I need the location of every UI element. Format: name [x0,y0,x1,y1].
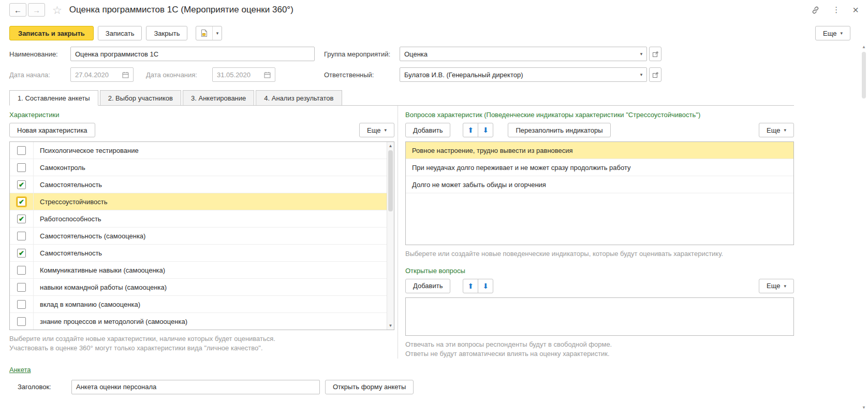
name-label: Наименование: [9,50,70,58]
down-arrow-icon: ⬇ [483,282,489,290]
move-down-button[interactable]: ⬇ [478,123,493,137]
tab-analiz-rezultatov[interactable]: 4. Анализ результатов [256,90,342,106]
checkbox-cell [10,296,34,312]
characteristic-row[interactable]: знание процессов и методологий (самооцен… [10,313,387,330]
header-label: Заголовок: [18,383,71,391]
questions-list-rows: Ровное настроение, трудно вывести из рав… [406,142,793,193]
characteristic-checkbox[interactable] [17,300,26,309]
checkbox-cell [10,227,34,244]
scroll-thumb[interactable] [388,150,393,211]
favorite-star-icon[interactable]: ☆ [52,5,62,16]
more-commands-icon[interactable]: ⋮ [832,5,840,15]
name-value: Оценка программистов 1С [75,50,158,58]
open-questions-more-button[interactable]: Еще ▾ [759,279,794,293]
move-up-button[interactable]: ⬆ [463,279,478,293]
chevron-down-icon[interactable]: ▾ [636,47,646,61]
name-input[interactable]: Оценка программистов 1С [70,47,315,61]
move-down-button[interactable]: ⬇ [478,279,493,293]
window-scrollbar[interactable]: ▲ ▼ [861,45,867,410]
refill-indicators-button[interactable]: Перезаполнить индикаторы [508,123,610,137]
characteristic-checkbox[interactable] [17,146,26,155]
open-questions-hint: Отвечать на эти вопросы респонденты буду… [405,340,794,359]
responsible-open-button[interactable] [649,67,661,82]
titlebar: ← → ☆ Оценка программистов 1С (Мероприят… [0,0,868,20]
calendar-icon[interactable] [122,72,129,78]
group-open-button[interactable] [649,47,661,61]
move-buttons: ⬆ ⬇ [463,123,493,137]
calendar-icon[interactable] [264,72,271,78]
close-button[interactable]: Закрыть [146,26,187,40]
toolbar-more-button[interactable]: Еще ▾ [815,26,850,40]
characteristics-scrollbar[interactable]: ▲ ▼ [387,142,394,330]
characteristic-row[interactable]: Коммуникативные навыки (самооценка) [10,262,387,279]
chevron-down-icon[interactable]: ▾ [213,26,222,40]
characteristic-row[interactable]: ✔Самостоятельность [10,245,387,262]
save-and-close-button[interactable]: Записать и закрыть [9,26,94,40]
characteristic-label: Самостоятельность (самооценка) [34,227,145,244]
characteristic-row[interactable]: ✔Самостоятельность [10,176,387,193]
characteristic-row[interactable]: Самоконтроль [10,159,387,176]
new-characteristic-button[interactable]: Новая характеристика [9,123,95,137]
scroll-down-icon[interactable]: ▼ [387,323,394,328]
characteristic-checkbox[interactable]: ✔ [17,249,26,258]
characteristic-row[interactable]: ✔Работоспособность [10,210,387,227]
close-window-icon[interactable]: × [852,5,859,15]
scroll-down-icon[interactable]: ▼ [861,405,867,410]
chevron-down-icon[interactable]: ▾ [636,68,646,81]
characteristic-label: Стрессоустойчивость [34,193,107,210]
characteristics-hint: Выберите или создайте новые характеристи… [9,334,394,353]
tab-vybor-uchastnikov[interactable]: 2. Выбор участников [100,90,181,106]
characteristics-list: Психологическое тестированиеСамоконтроль… [9,141,394,330]
header-input[interactable]: Анкета оценки персонала [71,380,320,394]
characteristic-row[interactable]: Психологическое тестирование [10,142,387,159]
checkbox-cell [10,279,34,295]
open-questionnaire-form-button[interactable]: Открыть форму анкеты [325,380,414,394]
questionnaire-group-link[interactable]: Анкета [9,366,31,374]
characteristic-checkbox[interactable] [17,163,26,172]
question-row[interactable]: Долго не может забыть обиды и огорчения [406,176,793,193]
scroll-thumb[interactable] [862,52,866,98]
responsible-input[interactable]: Булатов И.В. (Генеральный директор) ▾ [400,67,647,82]
characteristic-checkbox[interactable] [17,266,26,275]
questions-title: Вопросов характеристик (Поведенческие ин… [405,111,794,119]
question-row[interactable]: При неудачах долго переживает и не может… [406,159,793,176]
questionnaire-header-row: Заголовок: Анкета оценки персонала Откры… [18,380,868,394]
scroll-up-icon[interactable]: ▲ [861,45,867,49]
tab-sostavlenie-ankety[interactable]: 1. Составление анкеты [9,90,98,106]
scroll-up-icon[interactable]: ▲ [387,144,394,148]
characteristic-checkbox[interactable] [17,232,26,240]
group-input[interactable]: Оценка ▾ [400,47,647,61]
move-up-button[interactable]: ⬆ [463,123,478,137]
save-button[interactable]: Записать [98,26,142,40]
add-open-question-button[interactable]: Добавить [405,279,450,293]
characteristic-checkbox[interactable] [17,283,26,292]
characteristic-checkbox[interactable] [17,317,26,326]
questions-command-bar: Добавить ⬆ ⬇ Перезаполнить индикаторы Ещ… [405,123,794,137]
report-split-button[interactable]: ▾ [196,26,222,40]
characteristics-more-button[interactable]: Еще ▾ [359,123,394,137]
checkbox-cell [10,159,34,176]
characteristic-row[interactable]: вклад в компанию (самооценка) [10,296,387,313]
characteristic-row[interactable]: навыки командной работы (самооценка) [10,279,387,296]
move-buttons: ⬆ ⬇ [463,279,493,293]
forward-button[interactable]: → [28,3,45,17]
characteristic-checkbox[interactable]: ✔ [17,215,26,223]
get-link-icon[interactable] [811,6,820,15]
date-end-label: Дата окончания: [146,71,212,79]
questions-more-button[interactable]: Еще ▾ [759,123,794,137]
characteristic-label: Коммуникативные навыки (самооценка) [34,262,165,278]
date-end-input[interactable]: 31.05.2020 [212,67,275,82]
characteristic-row[interactable]: Самостоятельность (самооценка) [10,227,387,245]
open-questions-list[interactable] [405,297,794,336]
date-start-input[interactable]: 27.04.2020 [70,67,134,82]
add-question-button[interactable]: Добавить [405,123,450,137]
more-label: Еще [767,126,780,134]
characteristic-checkbox[interactable]: ✔ [17,197,26,206]
tab-anketirovanie[interactable]: 3. Анкетирование [183,90,254,106]
characteristic-checkbox[interactable]: ✔ [17,180,26,189]
question-row[interactable]: Ровное настроение, трудно вывести из рав… [406,142,793,159]
back-button[interactable]: ← [9,3,26,17]
checkbox-cell [10,142,34,159]
characteristic-label: Работоспособность [34,210,101,227]
characteristic-row[interactable]: ✔Стрессоустойчивость [10,193,387,210]
